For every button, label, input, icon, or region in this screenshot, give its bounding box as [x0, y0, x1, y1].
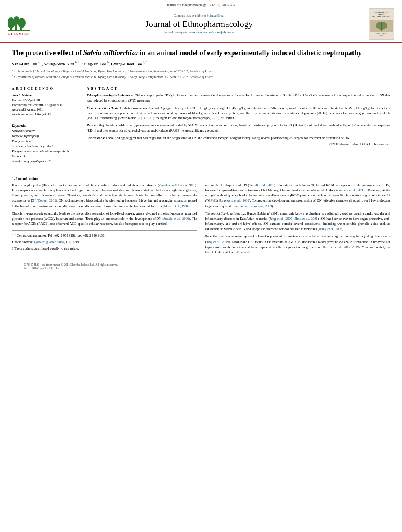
- journal-header: Journal of Ethnopharmacology 137 (2011) …: [0, 0, 402, 43]
- affiliation-b: b Department of Internal Medicine, Colle…: [14, 75, 213, 78]
- accepted-date: Accepted 2 August 2011: [12, 108, 79, 112]
- body-col1-para1: Diabetic nephropathy (DN) is the most co…: [12, 183, 197, 209]
- received-date: Received 22 April 2011: [12, 98, 79, 103]
- article-history: Article history: Received 22 April 2011 …: [12, 93, 79, 117]
- email-link[interactable]: hydralee@korea.com: [34, 240, 63, 244]
- abstract-methods: Materials and methods: Diabetes was indu…: [87, 106, 390, 120]
- cover-vol: Volume 137 • No.32011: [375, 33, 387, 37]
- ref-jung[interactable]: Jung et al., 2009: [206, 240, 229, 244]
- article-info-header: A R T I C L E I N F O: [12, 87, 79, 91]
- results-text: High levels of 24-h urinary protein excr…: [87, 123, 390, 132]
- sciencedirect-link[interactable]: ScienceDirect: [207, 14, 224, 17]
- page: Journal of Ethnopharmacology 137 (2011) …: [0, 0, 402, 277]
- header-divider: [12, 83, 390, 83]
- ref-kim[interactable]: Kim et al., 2007, 2009: [328, 245, 359, 249]
- journal-header-top: Journal of Ethnopharmacology 137 (2011) …: [8, 3, 394, 7]
- svg-rect-4: [15, 24, 17, 31]
- revised-date: Received in revised form 1 August 2011: [12, 103, 79, 108]
- history-header: Article history:: [12, 93, 79, 97]
- footnotes: * * Corresponding author. Tel.: +82 2 95…: [12, 230, 197, 251]
- body-col2-para3: Recently, tanshinones were reported to h…: [205, 234, 391, 255]
- results-label: Results:: [87, 123, 98, 127]
- abstract-results: Results: High levels of 24-h urinary pro…: [87, 123, 390, 133]
- ref-cooper[interactable]: Cooper, 2001: [38, 198, 56, 202]
- ref-ziyadeh[interactable]: Ziyadeh and Sharma, 2003: [159, 183, 195, 187]
- abstract-header: A B S T R A C T: [87, 87, 390, 91]
- journal-title: Journal of Ethnopharmacology: [30, 19, 369, 29]
- title-italic: Salvia miltiorrhiza: [83, 49, 138, 57]
- conclusions-text: These findings suggest that SM might inh…: [106, 136, 350, 140]
- abstract-col: A B S T R A C T Ethnopharmacological rel…: [87, 87, 390, 167]
- footnote-1: 1 These authors contributed equally to t…: [12, 246, 197, 251]
- homepage: journal homepage: www.elsevier.com/locat…: [30, 31, 369, 34]
- keyword-3: Renoprotection: [12, 139, 79, 144]
- keyword-5: Receptor of advanced glycation end-produ…: [12, 149, 79, 154]
- ref-wendt[interactable]: Wendt et al., 2003: [249, 183, 274, 187]
- journal-logos: ELSEVIER Contents lists available at Sci…: [8, 8, 394, 42]
- svg-rect-5: [20, 25, 22, 31]
- body-col2-para2: The root of Salvia miltiorrhiza Bunge (L…: [205, 211, 391, 232]
- elsevier-logo: ELSEVIER: [8, 12, 30, 36]
- journal-reference: Journal of Ethnopharmacology 137 (2011) …: [167, 3, 235, 7]
- ref-yonekura[interactable]: Yonekura et al., 2005: [335, 188, 365, 192]
- body-divider: [12, 171, 390, 171]
- homepage-link[interactable]: www.elsevier.com/locate/jethpharm: [189, 31, 234, 34]
- relevance-label: Ethnopharmacological relevance:: [87, 93, 134, 97]
- affiliation-a: a Deptatment of Clinical Oncology, Colle…: [14, 70, 213, 73]
- footer-issn: 0378-8741/$ – see front matter © 2011 El…: [24, 263, 118, 267]
- footnote-email: E-mail address: hydralee@korea.com (B.-C…: [12, 239, 197, 245]
- keyword-7: Transforming growth factor-β1: [12, 159, 79, 164]
- body-section-1: 1. Introduction Diabetic nephropathy (DN…: [12, 176, 390, 257]
- cover-title: JOURNAL OFETHNO-PHARMACOLOGY: [372, 12, 390, 18]
- methods-text: Diabetes was induced in male Sprague-Daw…: [87, 106, 390, 120]
- abstract-conclusions: Conclusions: These findings suggest that…: [87, 135, 390, 141]
- contents-line: Contents lists available at ScienceDirec…: [30, 14, 369, 17]
- ref-suzuki[interactable]: Suzuki et al., 2006: [163, 217, 189, 221]
- body-col1-para2: Chronic hyperglycemia eventually leads t…: [12, 211, 197, 227]
- title-part1: The protective effect of: [12, 49, 83, 57]
- ref-jang[interactable]: Jang et al., 2003; Zhou et al., 2005: [270, 217, 318, 221]
- ref-wang[interactable]: Wang et al., 2007: [319, 227, 342, 231]
- cover-plant-icon: [374, 20, 389, 31]
- section1-title: 1. Introduction: [12, 176, 390, 181]
- keyword-2: Diabetic nephropathy: [12, 134, 79, 139]
- elsevier-text: ELSEVIER: [8, 32, 30, 36]
- footnote-star: * * Corresponding author. Tel.: +82 2 95…: [12, 233, 197, 238]
- keywords-list: Salvia miltiorrhiza Diabetic nephropathy…: [12, 129, 79, 164]
- methods-label: Materials and methods:: [87, 106, 119, 110]
- body-col-right: role in the development of DN (Wendt et …: [205, 183, 391, 257]
- conclusions-label: Conclusions:: [87, 136, 105, 140]
- article-info-col: A R T I C L E I N F O Article history: R…: [12, 87, 79, 167]
- ref-mauer[interactable]: Mauer et al., 1984: [164, 204, 188, 208]
- affiliations: a a Deptatment of Clinical Oncology, Col…: [12, 69, 390, 79]
- keywords-header: Keywords:: [12, 124, 79, 128]
- keywords-section: Keywords: Salvia miltiorrhiza Diabetic n…: [12, 124, 79, 164]
- page-footer: 0378-8741/$ – see front matter © 2011 El…: [12, 261, 390, 272]
- article-title: The protective effect of Salvia miltiorr…: [12, 48, 390, 57]
- info-divider: [12, 120, 79, 120]
- journal-cover-image: JOURNAL OFETHNO-PHARMACOLOGY Volume 137 …: [369, 8, 394, 40]
- ref-sharma[interactable]: Sharma and Srinivasan, 2009: [233, 204, 272, 208]
- keyword-1: Salvia miltiorrhiza: [12, 129, 79, 134]
- journal-title-center: Contents lists available at ScienceDirec…: [30, 14, 369, 34]
- title-part2: in an animal model of early experimental…: [138, 49, 362, 57]
- body-col-left: Diabetic nephropathy (DN) is the most co…: [12, 183, 197, 257]
- copyright: © 2011 Elsevier Ireland Ltd. All rights …: [87, 143, 390, 146]
- available-date: Available online 11 August 2011: [12, 112, 79, 117]
- footer-doi: doi:10.1016/j.jep.2011.08.007: [24, 267, 59, 270]
- abstract-relevance: Ethnopharmacological relevance: Diabetic…: [87, 93, 390, 103]
- elsevier-tree-icon: [8, 12, 30, 32]
- authors-line: Sang-Hun Lee a,1, Young-Seok Kim b,1, Se…: [12, 61, 390, 66]
- keyword-6: Collagen IV: [12, 154, 79, 159]
- info-abstract-cols: A R T I C L E I N F O Article history: R…: [12, 87, 390, 167]
- body-two-col: Diabetic nephropathy (DN) is the most co…: [12, 183, 390, 257]
- ref-umezono[interactable]: Umezono et al., 2006: [220, 198, 249, 202]
- article-content: The protective effect of Salvia miltiorr…: [0, 43, 402, 277]
- keyword-4: Advanced glycation end-product: [12, 144, 79, 149]
- svg-rect-6: [8, 30, 30, 31]
- body-col2-para1: role in the development of DN (Wendt et …: [205, 183, 391, 209]
